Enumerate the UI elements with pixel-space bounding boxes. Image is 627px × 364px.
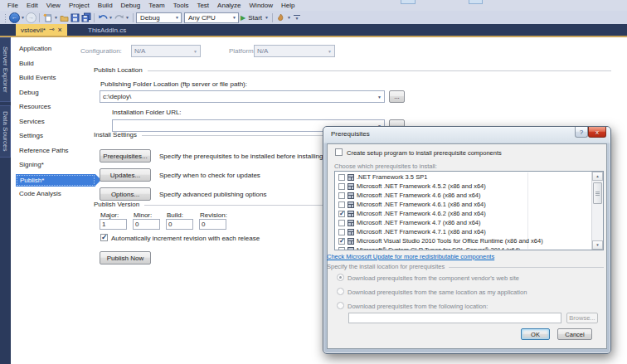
navigate-back-button[interactable]: ←	[9, 12, 20, 23]
start-dropdown-caret[interactable]: ▼	[264, 15, 270, 20]
tab-signing[interactable]: Signing*	[19, 158, 94, 172]
tab-services[interactable]: Services	[19, 114, 94, 129]
folder-location-combo[interactable]: c:\deploy\ ▼	[100, 90, 385, 103]
close-icon[interactable]: ×	[58, 27, 62, 34]
options-button[interactable]: Options...	[100, 187, 151, 201]
microsoft-update-link[interactable]: Check Microsoft Update for more redistri…	[327, 253, 494, 260]
package-icon	[348, 247, 354, 251]
menu-item-view[interactable]: View	[42, 2, 65, 9]
item-checkbox[interactable]	[338, 229, 345, 235]
item-checkbox[interactable]	[338, 183, 345, 190]
tab-build[interactable]: Build	[19, 56, 94, 70]
auto-increment-checkbox[interactable]	[100, 234, 108, 241]
item-checkbox[interactable]	[338, 201, 345, 208]
build-field[interactable]	[166, 219, 193, 230]
menu-item-help[interactable]: Help	[277, 2, 299, 9]
open-file-button[interactable]	[59, 12, 70, 23]
list-item[interactable]: .NET Framework 3.5 SP1	[336, 172, 591, 182]
close-button[interactable]: x	[588, 127, 606, 138]
tab-publish-selected[interactable]: Publish*	[16, 174, 95, 187]
back-dropdown-caret[interactable]: ▼	[20, 15, 26, 20]
pin-icon[interactable]: ⊸	[49, 27, 55, 33]
tab-reference-paths[interactable]: Reference Paths	[19, 143, 94, 158]
prerequisites-list[interactable]: .NET Framework 3.5 SP1 Microsoft .NET Fr…	[334, 171, 604, 250]
item-checkbox[interactable]	[338, 211, 345, 217]
list-item[interactable]: Microsoft .NET Framework 4.6 (x86 and x6…	[336, 191, 591, 200]
item-checkbox[interactable]	[338, 247, 345, 251]
list-item[interactable]: Microsoft .NET Framework 4.7.1 (x86 and …	[336, 227, 591, 236]
sidebar-item-server-explorer[interactable]: Server Explorer	[0, 37, 11, 102]
list-item[interactable]: Microsoft .NET Framework 4.7 (x86 and x6…	[336, 218, 591, 227]
sidebar-item-data-sources[interactable]: Data Sources	[0, 105, 11, 158]
save-all-button[interactable]	[80, 12, 91, 23]
start-debugging-button[interactable]: ▶ Start	[241, 14, 262, 22]
folder-browse-button[interactable]: ...	[389, 90, 405, 103]
toolbar-grip[interactable]	[4, 13, 7, 22]
tab-code-analysis[interactable]: Code Analysis	[19, 187, 94, 201]
list-scrollbar[interactable]: ▲ ▼	[591, 172, 603, 250]
minor-field[interactable]	[133, 219, 160, 230]
navigate-forward-button[interactable]: →	[26, 12, 36, 23]
revision-field[interactable]	[199, 219, 226, 230]
menu-item-build[interactable]: Build	[94, 2, 117, 9]
following-location-label: Download prerequisites from the followin…	[348, 303, 488, 310]
menu-item-edit[interactable]: Edit	[22, 2, 42, 9]
new-project-button[interactable]	[42, 12, 53, 23]
publish-location-group: Publish Location	[94, 66, 611, 74]
menu-item-team[interactable]: Team	[144, 2, 169, 9]
item-label: Microsoft Visual Studio 2010 Tools for O…	[357, 237, 543, 245]
help-button[interactable]: ?	[575, 127, 588, 138]
undo-button[interactable]	[97, 12, 108, 23]
menu-item-project[interactable]: Project	[65, 2, 94, 9]
prerequisites-button[interactable]: Prerequisites...	[100, 149, 151, 163]
list-item[interactable]: Microsoft Visual Studio 2010 Tools for O…	[336, 236, 591, 245]
chevron-down-icon: ▼	[173, 15, 179, 20]
major-field[interactable]	[100, 219, 127, 230]
save-button[interactable]	[70, 12, 80, 23]
publish-now-button[interactable]: Publish Now	[100, 251, 151, 265]
item-checkbox[interactable]	[338, 238, 345, 245]
menu-item-analyze[interactable]: Analyze	[213, 2, 245, 9]
toolbar-overflow-button[interactable]: ▼	[294, 15, 300, 21]
updates-desc: Specify when to check for updates	[159, 172, 260, 179]
create-setup-checkbox[interactable]	[335, 148, 343, 156]
item-label: .NET Framework 3.5 SP1	[357, 173, 427, 181]
tab-vstoevil[interactable]: vstoevil* ⊸ ×	[16, 24, 67, 36]
cancel-button[interactable]: Cancel	[557, 328, 592, 340]
scroll-down-icon[interactable]: ▼	[592, 240, 603, 250]
tab-thisaddin[interactable]: ThisAddIn.cs	[80, 24, 134, 36]
tab-build-events[interactable]: Build Events	[19, 70, 94, 85]
package-icon	[348, 211, 354, 217]
item-checkbox[interactable]	[338, 174, 345, 181]
redo-dropdown-caret[interactable]: ▼	[124, 15, 130, 20]
tab-settings[interactable]: Settings	[19, 129, 94, 143]
menu-item-window[interactable]: Window	[245, 2, 277, 9]
configuration-label: Configuration:	[80, 47, 122, 55]
item-label: Microsoft .NET Framework 4.6.2 (x86 and …	[357, 210, 486, 217]
solution-platforms-combo[interactable]: Any CPU ▼	[184, 12, 239, 23]
list-item[interactable]: Microsoft .NET Framework 4.5.2 (x86 and …	[336, 182, 591, 191]
item-checkbox[interactable]	[338, 220, 345, 226]
undo-dropdown-caret[interactable]: ▼	[108, 15, 114, 20]
list-item[interactable]: Microsoft® System CLR Types for SQL Serv…	[336, 245, 591, 250]
updates-button[interactable]: Updates...	[100, 168, 151, 182]
misc-tool-dropdown-caret[interactable]: ▼	[286, 15, 292, 20]
tab-resources[interactable]: Resources	[19, 99, 94, 114]
menu-item-tools[interactable]: Tools	[169, 2, 193, 9]
redo-button[interactable]	[114, 12, 124, 23]
misc-tool-button[interactable]	[275, 12, 286, 23]
scroll-up-icon[interactable]: ▲	[592, 172, 603, 181]
menu-item-debug[interactable]: Debug	[117, 2, 145, 9]
ok-button[interactable]: OK	[521, 328, 550, 340]
list-item[interactable]: Microsoft .NET Framework 4.6.2 (x86 and …	[336, 209, 591, 218]
menu-item-file[interactable]: File	[3, 2, 22, 9]
tab-debug[interactable]: Debug	[19, 85, 94, 99]
solution-configurations-combo[interactable]: Debug ▼	[136, 12, 182, 23]
back-icon: ←	[9, 12, 20, 23]
menu-item-test[interactable]: Test	[192, 2, 213, 9]
installation-url-label: Installation Folder URL:	[112, 109, 182, 116]
scrollbar-thumb[interactable]	[593, 182, 602, 204]
item-checkbox[interactable]	[338, 192, 345, 199]
new-project-dropdown-caret[interactable]: ▼	[53, 15, 59, 20]
list-item[interactable]: Microsoft .NET Framework 4.6.1 (x86 and …	[336, 200, 591, 209]
